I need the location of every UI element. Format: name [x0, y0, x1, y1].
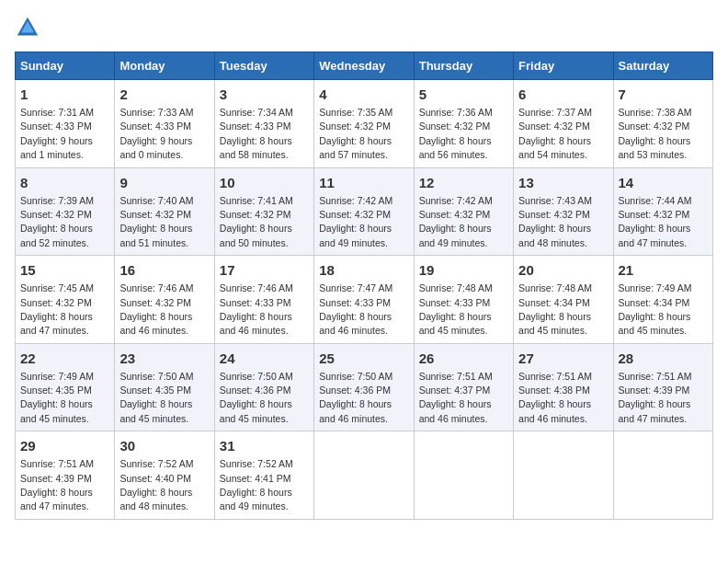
- day-info: Sunrise: 7:50 AMSunset: 4:36 PMDaylight:…: [319, 371, 392, 424]
- header-row: SundayMondayTuesdayWednesdayThursdayFrid…: [16, 52, 713, 80]
- day-number: 31: [220, 436, 309, 455]
- calendar-cell: 18Sunrise: 7:47 AMSunset: 4:33 PMDayligh…: [314, 256, 414, 344]
- day-number: 24: [220, 349, 309, 368]
- day-number: 20: [518, 260, 608, 280]
- calendar-cell: 26Sunrise: 7:51 AMSunset: 4:37 PMDayligh…: [414, 343, 513, 431]
- calendar-table: SundayMondayTuesdayWednesdayThursdayFrid…: [15, 52, 713, 520]
- day-info: Sunrise: 7:52 AMSunset: 4:41 PMDaylight:…: [220, 458, 293, 511]
- logo: [15, 15, 44, 40]
- calendar-cell: 14Sunrise: 7:44 AMSunset: 4:32 PMDayligh…: [613, 167, 712, 256]
- day-number: 25: [319, 349, 408, 368]
- header-day: Monday: [115, 52, 214, 80]
- day-info: Sunrise: 7:36 AMSunset: 4:32 PMDaylight:…: [419, 107, 493, 160]
- day-number: 4: [319, 85, 408, 104]
- calendar-cell: 22Sunrise: 7:49 AMSunset: 4:35 PMDayligh…: [16, 343, 115, 431]
- day-info: Sunrise: 7:35 AMSunset: 4:32 PMDaylight:…: [319, 107, 392, 160]
- calendar-cell: 9Sunrise: 7:40 AMSunset: 4:32 PMDaylight…: [115, 167, 214, 256]
- day-number: 8: [20, 173, 109, 192]
- day-info: Sunrise: 7:51 AMSunset: 4:39 PMDaylight:…: [619, 371, 692, 424]
- calendar-cell: 11Sunrise: 7:42 AMSunset: 4:32 PMDayligh…: [314, 167, 414, 256]
- header-day: Tuesday: [214, 52, 313, 80]
- day-info: Sunrise: 7:42 AMSunset: 4:32 PMDaylight:…: [319, 195, 392, 248]
- calendar-cell: 15Sunrise: 7:45 AMSunset: 4:32 PMDayligh…: [16, 256, 115, 344]
- header-day: Sunday: [16, 52, 115, 80]
- day-info: Sunrise: 7:41 AMSunset: 4:32 PMDaylight:…: [220, 195, 293, 248]
- day-number: 30: [119, 436, 209, 455]
- day-info: Sunrise: 7:49 AMSunset: 4:34 PMDaylight:…: [619, 282, 692, 336]
- day-info: Sunrise: 7:48 AMSunset: 4:34 PMDaylight:…: [518, 282, 592, 336]
- day-number: 28: [619, 349, 708, 368]
- day-number: 2: [119, 85, 209, 104]
- day-info: Sunrise: 7:31 AMSunset: 4:33 PMDaylight:…: [20, 107, 94, 160]
- day-number: 13: [518, 173, 608, 192]
- page-header: [15, 15, 713, 40]
- header-day: Saturday: [613, 52, 712, 80]
- day-info: Sunrise: 7:42 AMSunset: 4:32 PMDaylight:…: [419, 195, 493, 248]
- calendar-cell: [414, 431, 513, 520]
- calendar-body: 1Sunrise: 7:31 AMSunset: 4:33 PMDaylight…: [16, 80, 713, 520]
- day-number: 16: [119, 260, 209, 280]
- header-day: Wednesday: [314, 52, 414, 80]
- day-number: 1: [20, 85, 109, 104]
- calendar-cell: [314, 431, 414, 520]
- calendar-cell: 20Sunrise: 7:48 AMSunset: 4:34 PMDayligh…: [514, 256, 613, 344]
- day-info: Sunrise: 7:43 AMSunset: 4:32 PMDaylight:…: [518, 195, 592, 248]
- calendar-cell: 23Sunrise: 7:50 AMSunset: 4:35 PMDayligh…: [115, 343, 214, 431]
- day-number: 6: [518, 85, 608, 104]
- calendar-cell: 30Sunrise: 7:52 AMSunset: 4:40 PMDayligh…: [115, 431, 214, 520]
- calendar-cell: 5Sunrise: 7:36 AMSunset: 4:32 PMDaylight…: [414, 80, 513, 168]
- calendar-cell: 1Sunrise: 7:31 AMSunset: 4:33 PMDaylight…: [16, 80, 115, 168]
- day-number: 14: [619, 173, 708, 192]
- calendar-cell: 8Sunrise: 7:39 AMSunset: 4:32 PMDaylight…: [16, 167, 115, 256]
- calendar-cell: 3Sunrise: 7:34 AMSunset: 4:33 PMDaylight…: [214, 80, 313, 168]
- calendar-week-row: 22Sunrise: 7:49 AMSunset: 4:35 PMDayligh…: [16, 343, 713, 431]
- day-info: Sunrise: 7:49 AMSunset: 4:35 PMDaylight:…: [20, 371, 94, 424]
- day-info: Sunrise: 7:46 AMSunset: 4:32 PMDaylight:…: [119, 282, 193, 336]
- calendar-cell: 31Sunrise: 7:52 AMSunset: 4:41 PMDayligh…: [214, 431, 313, 520]
- day-number: 19: [419, 260, 508, 280]
- calendar-cell: 13Sunrise: 7:43 AMSunset: 4:32 PMDayligh…: [514, 167, 613, 256]
- day-number: 7: [619, 85, 708, 104]
- calendar-cell: [514, 431, 613, 520]
- day-number: 22: [20, 349, 109, 368]
- day-number: 23: [119, 349, 209, 368]
- day-number: 3: [220, 85, 309, 104]
- calendar-cell: 7Sunrise: 7:38 AMSunset: 4:32 PMDaylight…: [613, 80, 712, 168]
- calendar-cell: 17Sunrise: 7:46 AMSunset: 4:33 PMDayligh…: [214, 256, 313, 344]
- calendar-header: SundayMondayTuesdayWednesdayThursdayFrid…: [16, 52, 713, 80]
- calendar-cell: 25Sunrise: 7:50 AMSunset: 4:36 PMDayligh…: [314, 343, 414, 431]
- day-info: Sunrise: 7:51 AMSunset: 4:37 PMDaylight:…: [419, 371, 493, 424]
- day-info: Sunrise: 7:52 AMSunset: 4:40 PMDaylight:…: [119, 458, 193, 511]
- day-number: 29: [20, 436, 109, 455]
- logo-icon: [15, 15, 40, 40]
- calendar-cell: 6Sunrise: 7:37 AMSunset: 4:32 PMDaylight…: [514, 80, 613, 168]
- day-info: Sunrise: 7:46 AMSunset: 4:33 PMDaylight:…: [220, 282, 293, 336]
- calendar-week-row: 8Sunrise: 7:39 AMSunset: 4:32 PMDaylight…: [16, 167, 713, 256]
- day-number: 12: [419, 173, 508, 192]
- day-info: Sunrise: 7:51 AMSunset: 4:39 PMDaylight:…: [20, 458, 94, 511]
- calendar-cell: 21Sunrise: 7:49 AMSunset: 4:34 PMDayligh…: [613, 256, 712, 344]
- day-number: 18: [319, 260, 408, 280]
- day-info: Sunrise: 7:50 AMSunset: 4:36 PMDaylight:…: [220, 371, 293, 424]
- day-info: Sunrise: 7:39 AMSunset: 4:32 PMDaylight:…: [20, 195, 94, 248]
- header-day: Thursday: [414, 52, 513, 80]
- day-info: Sunrise: 7:38 AMSunset: 4:32 PMDaylight:…: [619, 107, 692, 160]
- calendar-cell: 24Sunrise: 7:50 AMSunset: 4:36 PMDayligh…: [214, 343, 313, 431]
- calendar-cell: [613, 431, 712, 520]
- calendar-cell: 10Sunrise: 7:41 AMSunset: 4:32 PMDayligh…: [214, 167, 313, 256]
- calendar-cell: 28Sunrise: 7:51 AMSunset: 4:39 PMDayligh…: [613, 343, 712, 431]
- day-info: Sunrise: 7:45 AMSunset: 4:32 PMDaylight:…: [20, 282, 94, 336]
- calendar-cell: 12Sunrise: 7:42 AMSunset: 4:32 PMDayligh…: [414, 167, 513, 256]
- day-info: Sunrise: 7:34 AMSunset: 4:33 PMDaylight:…: [220, 107, 293, 160]
- calendar-cell: 4Sunrise: 7:35 AMSunset: 4:32 PMDaylight…: [314, 80, 414, 168]
- calendar-cell: 16Sunrise: 7:46 AMSunset: 4:32 PMDayligh…: [115, 256, 214, 344]
- day-number: 21: [619, 260, 708, 280]
- calendar-cell: 29Sunrise: 7:51 AMSunset: 4:39 PMDayligh…: [16, 431, 115, 520]
- day-info: Sunrise: 7:44 AMSunset: 4:32 PMDaylight:…: [619, 195, 692, 248]
- day-info: Sunrise: 7:33 AMSunset: 4:33 PMDaylight:…: [119, 107, 193, 160]
- day-info: Sunrise: 7:50 AMSunset: 4:35 PMDaylight:…: [119, 371, 193, 424]
- day-info: Sunrise: 7:40 AMSunset: 4:32 PMDaylight:…: [119, 195, 193, 248]
- calendar-cell: 2Sunrise: 7:33 AMSunset: 4:33 PMDaylight…: [115, 80, 214, 168]
- day-info: Sunrise: 7:47 AMSunset: 4:33 PMDaylight:…: [319, 282, 392, 336]
- day-number: 26: [419, 349, 508, 368]
